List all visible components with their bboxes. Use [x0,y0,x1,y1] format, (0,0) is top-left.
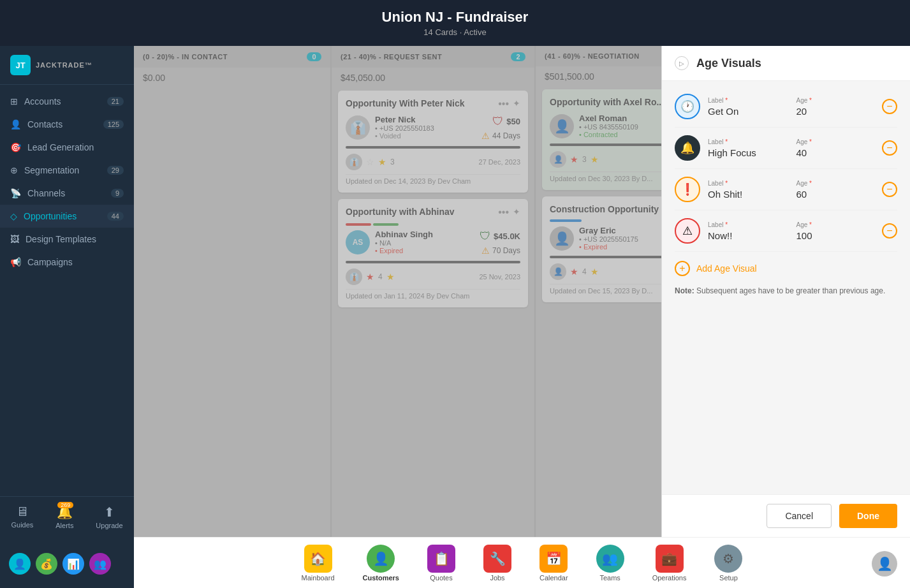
updated-axel: Updated on Dec 30, 2023 By D... [550,172,661,182]
footer-avatar-eric: 👤 [550,263,566,280]
age-row-high-focus: 🔔 Label * High Focus Age * 40 − [675,128,897,169]
column-header-negotiation: (41 - 60)% - NEGOTIATION [536,46,661,66]
accounts-count: 21 [107,97,124,106]
days-peter-nick: 44 Days [492,131,520,140]
column-amount-request-sent: $45,050.00 [332,68,534,88]
nav-mainboard[interactable]: 🏠 Mainboard [288,542,349,584]
days-abhinav: 70 Days [492,246,520,255]
rating-abhinav: 4 [378,272,383,281]
alerts-button[interactable]: 🔔 269 Alerts [55,504,73,529]
column-amount-negotiation: $501,500.00 [536,66,661,87]
sidebar-item-design-templates[interactable]: 🖼 Design Templates [0,228,134,251]
age-icon-oh-shit: ❗ [675,177,700,202]
sidebar-item-opportunities[interactable]: ◇ Opportunities 44 [0,205,134,228]
age-row-now: ⚠ Label * Now!! Age * 100 − [675,210,897,252]
segments-icon: ⊕ [10,165,18,175]
logo-text: JACKTRADE™ [36,61,92,69]
panel-title: Age Visuals [696,57,761,70]
sidebar-item-segmentation[interactable]: ⊕ Segmentation 29 [0,159,134,182]
person-name-peter-nick: Peter Nick [375,115,434,124]
page-subtitle: 14 Cards · Active [9,27,901,37]
label-value-oh-shit: Oh Shit! [708,189,786,200]
segmentation-count: 29 [107,166,124,175]
age-icon-high-focus: 🔔 [675,135,700,161]
add-age-visual-btn[interactable]: + Add Age Visual [675,252,897,285]
nav-customers[interactable]: 👤 Customers [349,542,413,584]
profile-icon-2[interactable]: 💰 [36,553,57,575]
card-move-icon[interactable]: ✦ [513,98,520,110]
user-avatar[interactable]: 👤 [872,551,897,577]
done-button[interactable]: Done [839,504,897,528]
remove-btn-get-on[interactable]: − [882,99,897,114]
card-axel-roman[interactable]: Opportunity with Axel Ro... ••• 👤 Axel R… [542,89,661,190]
profile-icon-4[interactable]: 👥 [89,553,111,575]
nav-operations[interactable]: 💼 Operations [638,542,701,584]
sidebar-item-contacts[interactable]: 👤 Contacts 125 [0,113,134,136]
kanban-column-in-contact: (0 - 20)% - IN CONTACT 0 $0.00 [134,46,332,537]
column-header-request-sent: (21 - 40)% - REQUEST SENT 2 [332,46,534,68]
remove-btn-oh-shit[interactable]: − [882,182,897,197]
card-peter-nick[interactable]: Opportunity With Peter Nick ••• ✦ 👔 [338,91,528,193]
upgrade-button[interactable]: ⬆ Upgrade [96,504,122,529]
sidebar-item-channels[interactable]: 📡 Channels 9 [0,182,134,205]
remove-btn-now[interactable]: − [882,223,897,239]
sidebar-label-templates: Design Templates [26,234,124,244]
sidebar-label-lead-gen: Lead Generation [27,142,124,152]
card-abhinav[interactable]: Opportunity with Abhinav ••• ✦ [338,199,528,307]
logo-icon: JT [10,55,31,75]
updated-abhinav: Updated on Jan 11, 2024 By Dev Cham [346,289,520,300]
footer-avatar-abhinav: 👔 [346,268,362,285]
price-peter-nick: $50 [506,117,520,126]
contacts-count: 125 [103,120,124,129]
nav-setup[interactable]: ⚙ Setup [700,542,756,584]
card-title-axel: Opportunity with Axel Ro... [550,97,661,107]
card-menu-icon-2[interactable]: ••• [498,207,509,218]
sidebar-item-accounts[interactable]: ⊞ Accounts 21 [0,90,134,113]
age-icon-get-on: 🕐 [675,94,700,119]
date-abhinav: 25 Nov, 2023 [479,273,520,281]
card-move-icon-2[interactable]: ✦ [513,207,520,218]
channels-count: 9 [111,189,124,198]
profile-icon-1[interactable]: 👤 [9,553,31,575]
label-value-get-on: Get On [708,106,786,117]
age-visuals-panel: ▷ Age Visuals 🕐 Label * Get On Age * 20 [661,46,910,537]
person-name-eric: Gray Eric [579,226,638,235]
avatar-eric: 👤 [550,226,574,251]
opportunity-icon: ◇ [10,211,17,221]
rating-axel: 3 [582,155,587,164]
person-name-abhinav: Abhinav Singh [375,230,433,239]
profile-icon-3[interactable]: 📊 [62,553,84,575]
nav-calendar[interactable]: 📅 Calendar [525,542,582,584]
panel-toggle-btn[interactable]: ▷ [675,56,689,70]
remove-btn-high-focus[interactable]: − [882,140,897,156]
kanban-column-negotiation: (41 - 60)% - NEGOTIATION $501,500.00 Opp… [536,46,661,537]
nav-quotes[interactable]: 📋 Quotes [413,542,469,584]
sidebar-label-contacts: Contacts [27,119,97,129]
card-gray-eric[interactable]: Construction Opportunity Eric 👤 Gray Eri… [542,196,661,302]
opportunities-count: 44 [107,212,124,221]
sidebar-item-campaigns[interactable]: 📢 Campaigns [0,251,134,274]
grid-icon: ⊞ [10,96,18,107]
cancel-button[interactable]: Cancel [767,504,832,528]
age-header-4: Age * [796,221,875,228]
note-text: Note: Subsequent ages have to be greater… [675,285,897,297]
status-peter-nick: Voided [379,132,401,140]
sidebar-item-lead-generation[interactable]: 🎯 Lead Generation [0,136,134,159]
alerts-badge: 269 [57,502,73,508]
age-value-get-on: 20 [796,106,875,117]
label-header-1: Label * [708,97,786,104]
price-abhinav: $45.0K [494,232,520,241]
nav-teams[interactable]: 👥 Teams [582,542,638,584]
target-icon: 🎯 [10,142,21,152]
status-abhinav: Expired [379,247,403,254]
kanban-area: (0 - 20)% - IN CONTACT 0 $0.00 (21 - 40)… [134,46,661,537]
label-header-4: Label * [708,221,786,228]
avatar-axel: 👤 [550,114,574,138]
age-icon-now: ⚠ [675,218,700,244]
card-menu-icon[interactable]: ••• [498,98,509,110]
column-amount-in-contact: $0.00 [134,68,330,88]
guides-button[interactable]: 🖥 Guides [11,504,33,529]
person-icon: 👤 [10,119,21,129]
nav-jobs[interactable]: 🔧 Jobs [469,542,525,584]
panel-header: ▷ Age Visuals [662,46,910,81]
